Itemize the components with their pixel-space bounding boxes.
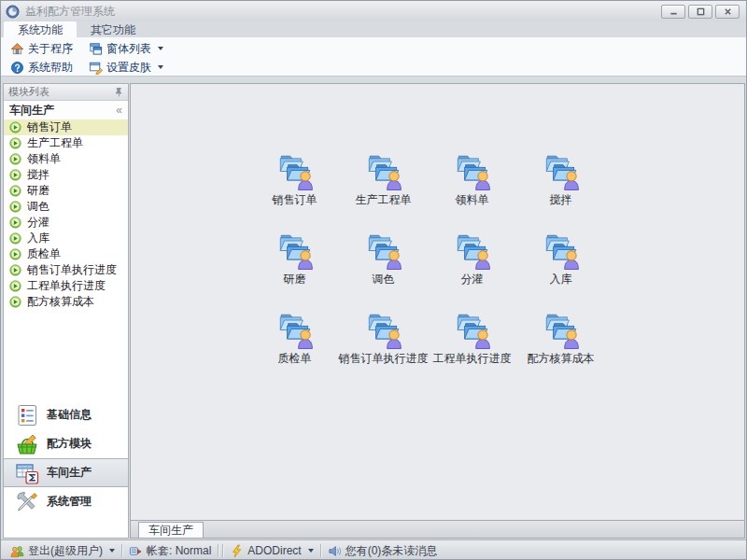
maximize-icon: [697, 7, 705, 16]
green-arrow-icon: [9, 153, 21, 165]
account-icon: [129, 544, 143, 558]
shortcut-label: 研磨: [284, 272, 306, 287]
tab-other-functions[interactable]: 其它功能: [77, 21, 149, 37]
sidebar-item-label: 质检单: [27, 246, 61, 262]
sidebar-group-title: 车间生产: [9, 103, 54, 119]
logout-button[interactable]: 登出(超级用户): [6, 543, 120, 559]
sidebar-item-quality-inspection[interactable]: 质检单: [4, 246, 128, 262]
sidebar-item-label: 入库: [27, 231, 49, 246]
sidebar-item-label: 分灌: [27, 215, 49, 231]
shortcut-sales-order[interactable]: 销售订单: [250, 151, 339, 231]
sidebar-item-formula-costing[interactable]: 配方核算成本: [4, 294, 128, 310]
section-label: 系统管理: [47, 494, 92, 510]
folder-user-icon: [364, 231, 403, 270]
shortcut-tinting[interactable]: 调色: [339, 231, 428, 310]
system-help-label: 系统帮助: [28, 60, 73, 76]
shortcut-sales-order-progress[interactable]: 销售订单执行进度: [339, 310, 428, 389]
shortcut-label: 分灌: [461, 272, 484, 287]
shortcut-label: 入库: [550, 272, 572, 287]
account-set-indicator[interactable]: 帐套: Normal: [124, 543, 216, 559]
window-controls: [661, 5, 741, 19]
sidebar-item-sales-order-progress[interactable]: 销售订单执行进度: [4, 262, 128, 278]
section-basic-info[interactable]: 基础信息: [4, 400, 128, 429]
shortcut-production-order[interactable]: 生产工程单: [339, 151, 428, 231]
about-program-button[interactable]: 关于程序: [7, 40, 85, 58]
separator: [121, 544, 122, 557]
shortcut-formula-costing[interactable]: 配方核算成本: [516, 310, 605, 389]
shortcut-material-requisition[interactable]: 领料单: [428, 151, 516, 231]
shortcut-label: 销售订单: [273, 192, 317, 208]
sidebar-item-tinting[interactable]: 调色: [4, 199, 128, 215]
module-sidebar: 模块列表 车间生产 « 销售订单 生产工程单 领料单 搅拌: [3, 83, 129, 539]
green-arrow-icon: [9, 232, 21, 245]
shortcut-mixing[interactable]: 搅拌: [516, 151, 605, 231]
minimize-button[interactable]: [661, 5, 685, 19]
tab-workshop-production[interactable]: 车间生产: [138, 522, 204, 538]
shortcut-warehousing[interactable]: 入库: [516, 231, 605, 310]
folder-user-icon: [364, 151, 403, 190]
help-icon: [10, 61, 24, 75]
window-body: 模块列表 车间生产 « 销售订单 生产工程单 领料单 搅拌: [1, 77, 746, 539]
folder-user-icon: [542, 310, 581, 349]
shortcut-label: 调色: [373, 272, 395, 287]
basket-icon: [15, 432, 39, 456]
section-label: 配方模块: [47, 436, 92, 452]
window-title: 益利配方管理系统: [25, 4, 115, 20]
sidebar-item-label: 配方核算成本: [27, 294, 94, 310]
green-arrow-icon: [9, 201, 21, 213]
tab-system-functions[interactable]: 系统功能: [4, 21, 77, 37]
sidebar-item-work-order-progress[interactable]: 工程单执行进度: [4, 278, 128, 294]
close-icon: [724, 7, 732, 16]
shortcut-quality-inspection[interactable]: 质检单: [250, 310, 339, 389]
dropdown-arrow-icon: [158, 65, 163, 69]
sidebar-item-grinding[interactable]: 研磨: [4, 183, 128, 199]
close-button[interactable]: [715, 5, 740, 19]
minimize-icon: [669, 7, 678, 16]
section-formula-module[interactable]: 配方模块: [4, 429, 128, 458]
pin-icon[interactable]: [115, 87, 123, 97]
shortcut-label: 配方核算成本: [528, 351, 595, 367]
window-list-label: 窗体列表: [106, 41, 151, 57]
window-list-button[interactable]: 窗体列表: [85, 40, 167, 58]
green-arrow-icon: [9, 137, 21, 149]
folder-user-icon: [453, 151, 492, 190]
unread-messages-indicator[interactable]: 您有(0)条未读消息: [323, 543, 443, 559]
section-label: 基础信息: [47, 407, 92, 423]
shortcut-label: 质检单: [278, 351, 312, 367]
sidebar-item-label: 调色: [27, 199, 49, 215]
sidebar-item-sales-order[interactable]: 销售订单: [4, 119, 128, 135]
system-help-button[interactable]: 系统帮助: [7, 59, 85, 77]
folder-user-icon: [364, 310, 403, 349]
sidebar-item-filling[interactable]: 分灌: [4, 215, 128, 231]
logout-label: 登出(超级用户): [28, 543, 103, 559]
lightning-icon: [230, 544, 244, 558]
maximize-button[interactable]: [688, 5, 712, 19]
sidebar-item-material-requisition[interactable]: 领料单: [4, 151, 128, 167]
set-skin-button[interactable]: 设置皮肤: [85, 59, 167, 77]
shortcut-filling[interactable]: 分灌: [428, 231, 516, 310]
collapse-icon[interactable]: «: [116, 104, 122, 117]
sidebar-item-mixing[interactable]: 搅拌: [4, 167, 128, 183]
shortcut-grid: 销售订单 生产工程单 领料单 搅拌 研磨: [250, 151, 605, 389]
provider-label: ADODirect: [247, 544, 301, 557]
green-arrow-icon: [9, 264, 21, 276]
shortcut-grinding[interactable]: 研磨: [250, 231, 339, 310]
sidebar-item-label: 工程单执行进度: [27, 278, 106, 294]
sidebar-item-label: 领料单: [27, 151, 61, 167]
dropdown-arrow-icon: [308, 549, 314, 553]
sidebar-group-header[interactable]: 车间生产 «: [4, 101, 128, 119]
document-tab-strip: 车间生产: [130, 521, 745, 539]
data-provider-button[interactable]: ADODirect: [225, 544, 317, 558]
section-system-management[interactable]: 系统管理: [4, 487, 128, 516]
green-arrow-icon: [9, 248, 21, 260]
sidebar-item-warehousing[interactable]: 入库: [4, 231, 128, 246]
sidebar-item-production-order[interactable]: 生产工程单: [4, 135, 128, 151]
green-arrow-icon: [9, 185, 21, 197]
folder-user-icon: [542, 151, 581, 190]
green-arrow-icon: [9, 280, 21, 292]
section-workshop-production[interactable]: 车间生产: [4, 458, 128, 487]
ribbon-toolbar: 关于程序 窗体列表 系统帮助 设置皮肤: [1, 37, 746, 77]
shortcut-work-order-progress[interactable]: 工程单执行进度: [428, 310, 516, 389]
folder-user-icon: [542, 231, 581, 270]
speaker-icon: [328, 544, 342, 558]
